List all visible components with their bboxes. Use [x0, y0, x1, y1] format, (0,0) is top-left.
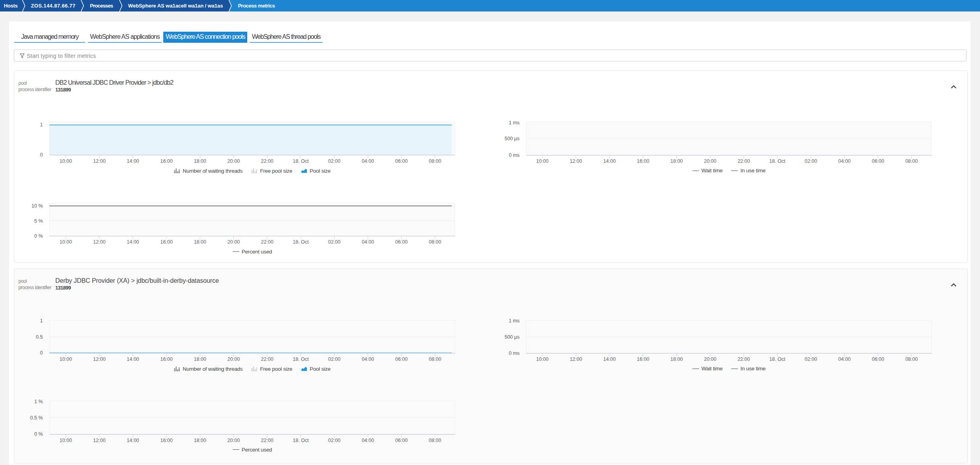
svg-text:06:00: 06:00	[395, 437, 407, 443]
svg-text:10:00: 10:00	[536, 159, 548, 164]
svg-text:18:00: 18:00	[194, 158, 206, 164]
svg-text:02:00: 02:00	[805, 159, 817, 164]
svg-text:04:00: 04:00	[838, 356, 850, 362]
svg-text:04:00: 04:00	[362, 158, 374, 164]
svg-text:18. Oct: 18. Oct	[293, 239, 309, 245]
svg-text:20:00: 20:00	[227, 158, 240, 164]
svg-text:18:00: 18:00	[671, 356, 683, 362]
svg-text:5 %: 5 %	[34, 218, 43, 223]
svg-text:22:00: 22:00	[261, 239, 273, 245]
svg-text:1: 1	[40, 122, 43, 128]
svg-text:12:00: 12:00	[93, 356, 105, 362]
svg-text:06:00: 06:00	[872, 356, 884, 362]
svg-text:0 %: 0 %	[34, 431, 43, 437]
svg-text:0: 0	[40, 152, 43, 158]
svg-text:08:00: 08:00	[429, 356, 441, 362]
svg-text:0: 0	[40, 350, 43, 356]
svg-text:18. Oct: 18. Oct	[293, 437, 309, 443]
svg-text:18. Oct: 18. Oct	[769, 159, 785, 164]
svg-text:1 ms: 1 ms	[509, 318, 520, 323]
svg-text:08:00: 08:00	[905, 356, 918, 362]
svg-text:ZOS.144.87.66.77: ZOS.144.87.66.77	[31, 3, 76, 9]
svg-text:0 ms: 0 ms	[509, 153, 520, 158]
svg-text:20:00: 20:00	[227, 437, 240, 443]
svg-text:0.5: 0.5	[36, 334, 43, 339]
svg-text:18:00: 18:00	[671, 159, 683, 164]
svg-text:1 %: 1 %	[34, 398, 43, 404]
svg-text:20:00: 20:00	[704, 159, 716, 164]
svg-text:08:00: 08:00	[429, 239, 441, 245]
svg-text:14:00: 14:00	[127, 356, 139, 362]
svg-text:0 %: 0 %	[34, 233, 43, 238]
svg-text:14:00: 14:00	[127, 437, 139, 443]
svg-text:1: 1	[40, 318, 43, 323]
svg-text:04:00: 04:00	[362, 437, 374, 443]
svg-text:04:00: 04:00	[362, 239, 374, 245]
svg-text:18. Oct: 18. Oct	[769, 356, 785, 362]
svg-text:06:00: 06:00	[395, 158, 407, 164]
svg-text:22:00: 22:00	[261, 437, 273, 443]
svg-text:10:00: 10:00	[59, 158, 72, 164]
svg-text:18:00: 18:00	[194, 356, 206, 362]
svg-text:08:00: 08:00	[429, 158, 441, 164]
svg-text:22:00: 22:00	[261, 158, 273, 164]
svg-text:02:00: 02:00	[328, 239, 340, 245]
svg-text:08:00: 08:00	[429, 437, 441, 443]
svg-text:12:00: 12:00	[93, 239, 105, 245]
svg-text:18. Oct: 18. Oct	[293, 158, 309, 164]
svg-text:02:00: 02:00	[805, 356, 817, 362]
svg-text:0.5 %: 0.5 %	[30, 415, 43, 421]
svg-text:06:00: 06:00	[872, 159, 884, 164]
svg-text:10:00: 10:00	[59, 239, 72, 245]
svg-text:20:00: 20:00	[227, 356, 240, 362]
svg-text:06:00: 06:00	[395, 239, 407, 245]
svg-text:14:00: 14:00	[603, 159, 615, 164]
svg-text:20:00: 20:00	[227, 239, 240, 245]
svg-text:14:00: 14:00	[127, 158, 139, 164]
svg-text:10:00: 10:00	[536, 356, 548, 362]
svg-text:Process metrics: Process metrics	[238, 3, 275, 9]
svg-text:08:00: 08:00	[905, 159, 918, 164]
svg-text:12:00: 12:00	[570, 356, 582, 362]
svg-text:Hosts: Hosts	[4, 3, 18, 9]
svg-text:16:00: 16:00	[160, 356, 172, 362]
svg-text:16:00: 16:00	[160, 437, 172, 443]
svg-text:WebSphere AS wa1acell wa1an /: WebSphere AS wa1acell wa1an / wa1as	[128, 3, 223, 9]
svg-text:02:00: 02:00	[328, 356, 340, 362]
svg-text:1 ms: 1 ms	[509, 120, 520, 126]
svg-text:02:00: 02:00	[328, 158, 340, 164]
svg-text:06:00: 06:00	[395, 356, 407, 362]
svg-text:14:00: 14:00	[127, 239, 139, 245]
svg-text:12:00: 12:00	[93, 437, 105, 443]
svg-text:18:00: 18:00	[194, 239, 206, 245]
svg-text:10:00: 10:00	[59, 356, 72, 362]
svg-text:22:00: 22:00	[737, 159, 750, 164]
svg-text:10 %: 10 %	[32, 203, 43, 209]
svg-text:04:00: 04:00	[838, 159, 850, 164]
svg-text:16:00: 16:00	[160, 158, 172, 164]
svg-text:500 µs: 500 µs	[504, 334, 520, 339]
svg-text:22:00: 22:00	[261, 356, 273, 362]
svg-text:10:00: 10:00	[59, 437, 72, 443]
svg-text:18:00: 18:00	[194, 437, 206, 443]
svg-text:14:00: 14:00	[603, 356, 615, 362]
svg-text:22:00: 22:00	[737, 356, 750, 362]
svg-text:02:00: 02:00	[328, 437, 340, 443]
svg-text:16:00: 16:00	[160, 239, 172, 245]
svg-text:18. Oct: 18. Oct	[293, 356, 309, 362]
svg-text:0 ms: 0 ms	[509, 351, 520, 356]
svg-text:16:00: 16:00	[637, 356, 649, 362]
svg-text:Processes: Processes	[90, 3, 113, 9]
svg-text:04:00: 04:00	[362, 356, 374, 362]
svg-text:12:00: 12:00	[570, 159, 582, 164]
svg-text:500 µs: 500 µs	[504, 136, 520, 142]
svg-text:12:00: 12:00	[93, 158, 105, 164]
svg-text:20:00: 20:00	[704, 356, 716, 362]
svg-text:16:00: 16:00	[637, 159, 649, 164]
